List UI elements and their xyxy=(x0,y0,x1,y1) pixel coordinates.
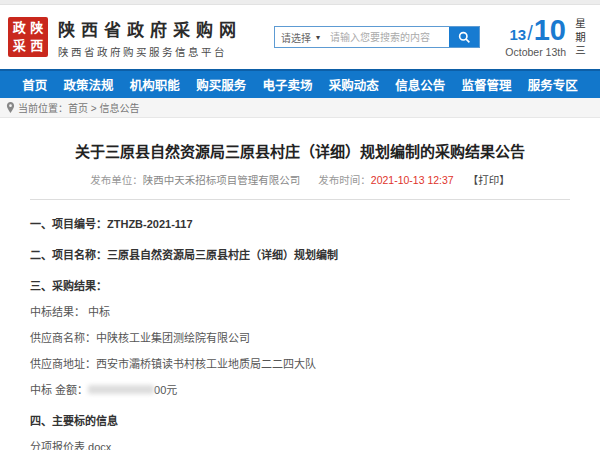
site-subtitle: 陕西省政府购买服务信息平台 xyxy=(58,44,242,59)
search-select-label: 请选择 xyxy=(281,30,311,45)
logo-char: 政 xyxy=(11,20,28,37)
supplier-name-line: 供应商名称：中陕核工业集团测绘院有限公司 xyxy=(30,329,570,345)
project-number-value: ZTHZB-2021-117 xyxy=(107,218,193,230)
nav-item-announcements[interactable]: 信息公告 xyxy=(395,75,445,94)
subject-heading: 四、主要标的信息 xyxy=(30,412,570,428)
date-day: 13 xyxy=(509,26,526,43)
date-widget: 13 / 10 October 13th 星期三 xyxy=(505,16,592,59)
breadcrumb-prefix: 当前位置： xyxy=(18,100,68,115)
project-name-line: 二、项目名称：三原县自然资源局三原县村庄（详细）规划编制 xyxy=(30,246,570,262)
date-month: 10 xyxy=(534,16,566,44)
article: 关于三原县自然资源局三原县村庄（详细）规划编制的采购结果公告 发布单位：陕西中天… xyxy=(0,140,600,450)
bid-result-line: 中标结果： 中标 xyxy=(30,303,570,319)
nav-item-functions[interactable]: 机构职能 xyxy=(130,75,180,94)
nav-item-service-zone[interactable]: 服务专区 xyxy=(528,75,578,94)
supplier-name-value: 中陕核工业集团测绘院有限公司 xyxy=(96,332,250,344)
supplier-name-label: 供应商名称： xyxy=(30,332,96,344)
site-header: 政 陕 采 西 陕西省政府采购网 陕西省政府购买服务信息平台 请选择 ▾ 13 … xyxy=(0,5,600,69)
publish-time-value: 2021-10-13 12:37 xyxy=(371,174,454,186)
supplier-address-value: 西安市灞桥镇读书村核工业地质局二二四大队 xyxy=(96,358,316,370)
publish-time-label: 发布时间： xyxy=(318,174,371,186)
weekday-label: 星期三 xyxy=(573,16,588,59)
date-english: October 13th xyxy=(505,46,566,58)
search-box: 请选择 ▾ xyxy=(274,26,480,48)
divider xyxy=(30,199,570,200)
main-nav: 首页 政策法规 机构职能 购买服务 电子卖场 采购动态 信息公告 监督管理 服务… xyxy=(0,69,600,98)
chevron-down-icon: ▾ xyxy=(316,33,320,42)
bid-result-value: 中标 xyxy=(88,306,110,318)
print-button[interactable]: 【打印】 xyxy=(468,174,510,186)
site-titles: 陕西省政府采购网 陕西省政府购买服务信息平台 xyxy=(58,16,242,59)
article-meta: 发布单位：陕西中天禾招标项目管理有限公司发布时间：2021-10-13 12:3… xyxy=(30,172,570,187)
bid-amount-label: 中标 金额： xyxy=(30,384,88,396)
redacted-amount xyxy=(88,385,154,394)
supplier-address-line: 供应商地址：西安市灞桥镇读书村核工业地质局二二四大队 xyxy=(30,355,570,371)
search-input[interactable] xyxy=(326,27,449,47)
project-name-value: 三原县自然资源局三原县村庄（详细）规划编制 xyxy=(107,249,338,261)
nav-item-purchase-services[interactable]: 购买服务 xyxy=(196,75,246,94)
nav-item-home[interactable]: 首页 xyxy=(22,75,47,94)
breadcrumb-path[interactable]: 首页 > 信息公告 xyxy=(68,100,139,115)
site-logo[interactable]: 政 陕 采 西 xyxy=(8,17,48,57)
bid-amount-line: 中标 金额：00元 xyxy=(30,381,570,397)
logo-char: 西 xyxy=(29,38,46,55)
nav-item-e-mall[interactable]: 电子卖场 xyxy=(262,75,312,94)
project-name-label: 二、项目名称： xyxy=(30,249,107,261)
bid-amount-suffix: 00元 xyxy=(154,384,177,396)
publisher-value: 陕西中天禾招标项目管理有限公司 xyxy=(143,174,301,186)
search-button[interactable] xyxy=(449,27,479,47)
project-number-label: 一、项目编号： xyxy=(30,218,107,230)
search-icon xyxy=(458,31,471,44)
publisher-label: 发布单位： xyxy=(90,174,143,186)
date-separator: / xyxy=(527,22,533,45)
nav-item-policies[interactable]: 政策法规 xyxy=(63,75,113,94)
search-category-select[interactable]: 请选择 ▾ xyxy=(275,27,326,47)
logo-char: 采 xyxy=(11,38,28,55)
nav-item-procurement-news[interactable]: 采购动态 xyxy=(329,75,379,94)
site-name: 陕西省政府采购网 xyxy=(58,16,242,41)
attachment-link[interactable]: 分项报价表.docx xyxy=(30,438,570,450)
bid-result-label: 中标结果： xyxy=(30,306,85,318)
breadcrumb: 当前位置： 首页 > 信息公告 xyxy=(0,98,600,118)
logo-char: 陕 xyxy=(29,20,46,37)
project-number-line: 一、项目编号：ZTHZB-2021-117 xyxy=(30,215,570,231)
nav-item-supervision[interactable]: 监督管理 xyxy=(461,75,511,94)
result-heading: 三、采购结果： xyxy=(30,277,570,293)
supplier-address-label: 供应商地址： xyxy=(30,358,96,370)
location-pin-icon xyxy=(6,102,15,113)
page-title: 关于三原县自然资源局三原县村庄（详细）规划编制的采购结果公告 xyxy=(30,140,570,161)
